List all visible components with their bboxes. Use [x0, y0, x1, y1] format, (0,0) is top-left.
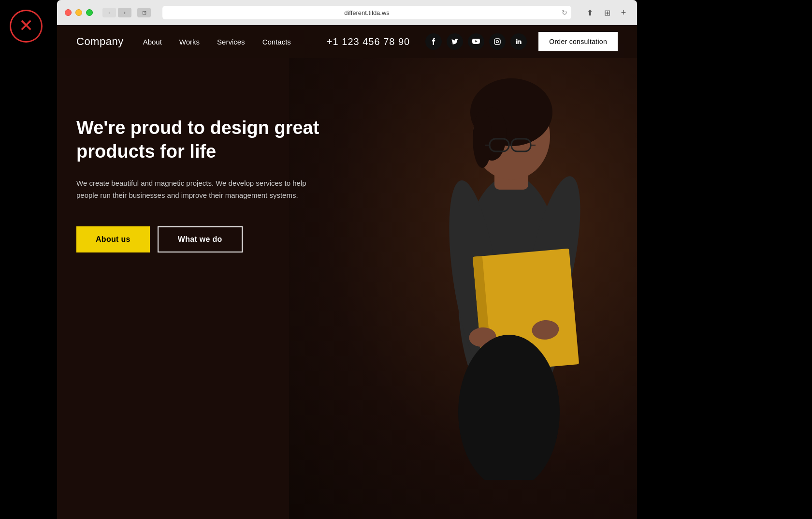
facebook-icon[interactable] [425, 33, 442, 50]
svg-point-7 [473, 110, 492, 168]
toolbar-right: ⬆ ⊞ + [583, 7, 629, 18]
browser-window: ‹ › ⊡ different.tilda.ws ↻ ⬆ ⊞ + [57, 0, 637, 519]
url-text: different.tilda.ws [344, 9, 390, 16]
refresh-button[interactable]: ↻ [562, 9, 567, 16]
phone-number[interactable]: +1 123 456 78 90 [327, 36, 410, 47]
order-consultation-button[interactable]: Order consultation [538, 32, 618, 51]
hero-title: We're proud to design great products for… [76, 116, 347, 164]
hero-subtitle: We create beautiful and magnetic project… [76, 178, 328, 202]
website-content: Company About Works Services Contacts +1… [57, 25, 637, 519]
share-button[interactable]: ⬆ [583, 8, 596, 17]
nav-link-works[interactable]: Works [179, 38, 200, 46]
maximize-button[interactable] [86, 9, 93, 16]
sidebar-button[interactable]: ⊡ [137, 8, 151, 17]
svg-rect-18 [494, 39, 500, 44]
nav-link-services[interactable]: Services [217, 38, 245, 46]
nav-link-about[interactable]: About [143, 38, 162, 46]
instagram-icon[interactable] [489, 33, 506, 50]
error-x-icon: ✕ [19, 17, 33, 34]
social-icons [425, 33, 527, 50]
nav-link-contacts[interactable]: Contacts [262, 38, 291, 46]
browser-nav-buttons: ‹ › [102, 8, 131, 17]
error-indicator: ✕ [10, 10, 43, 43]
hero-content: We're proud to design great products for… [57, 58, 366, 282]
nav-links: About Works Services Contacts [143, 38, 291, 46]
traffic-lights [65, 9, 93, 16]
brand-logo[interactable]: Company [76, 35, 124, 48]
minimize-button[interactable] [75, 9, 82, 16]
about-us-button[interactable]: About us [76, 226, 150, 252]
what-we-do-button[interactable]: What we do [158, 226, 243, 252]
svg-point-19 [496, 41, 499, 43]
navbar: Company About Works Services Contacts +1… [57, 25, 637, 58]
back-button[interactable]: ‹ [102, 8, 116, 17]
youtube-icon[interactable] [468, 33, 484, 50]
close-button[interactable] [65, 9, 72, 16]
address-bar[interactable]: different.tilda.ws ↻ [162, 6, 571, 19]
svg-point-20 [499, 40, 500, 41]
new-tab-button[interactable]: + [618, 7, 629, 18]
linkedin-icon[interactable] [510, 33, 527, 50]
twitter-icon[interactable] [447, 33, 463, 50]
grid-button[interactable]: ⊞ [600, 8, 614, 17]
person-illustration [405, 44, 608, 480]
forward-button[interactable]: › [118, 8, 131, 17]
hero-buttons: About us What we do [76, 226, 347, 252]
title-bar: ‹ › ⊡ different.tilda.ws ↻ ⬆ ⊞ + [57, 0, 637, 25]
